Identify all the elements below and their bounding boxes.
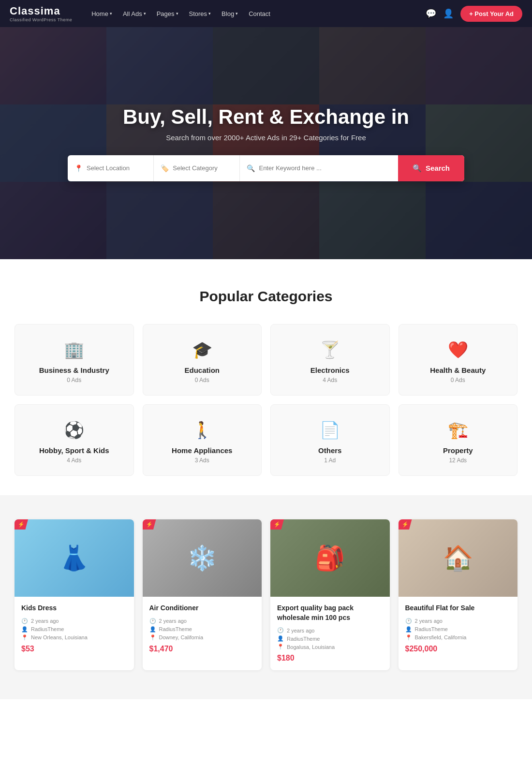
chevron-down-icon: ▾ — [144, 11, 146, 16]
location-pin-icon: 📍 — [21, 634, 28, 641]
nav-stores[interactable]: Stores ▾ — [184, 6, 216, 21]
location-pin-icon: 📍 — [405, 634, 412, 641]
ad-time: 🕐 2 years ago — [277, 627, 383, 633]
category-name: Education — [184, 366, 220, 374]
keyword-input[interactable] — [259, 164, 391, 172]
search-bar: 📍 🏷️ 🔍 🔍 Search — [68, 155, 464, 181]
brand-logo[interactable]: Classima Classified WordPress Theme — [10, 5, 72, 22]
category-count: 4 Ads — [67, 457, 81, 464]
category-icon: 🏢 — [64, 340, 84, 359]
search-icon: 🔍 — [413, 164, 422, 173]
category-name: Others — [318, 446, 341, 455]
category-count: 1 Ad — [324, 457, 336, 464]
ad-image-placeholder: ❄️ — [143, 519, 262, 597]
user-icon[interactable]: 👤 — [443, 8, 454, 19]
navbar-icons: 💬 👤 — [426, 8, 454, 19]
category-card[interactable]: ❤️ Health & Beauty 0 Ads — [399, 324, 518, 396]
category-field[interactable]: 🏷️ — [154, 155, 240, 181]
nav-contact[interactable]: Contact — [244, 6, 275, 21]
ad-title: Beautiful Flat for Sale — [405, 603, 511, 613]
ad-location: 📍 Bakersfield, California — [405, 634, 511, 641]
ad-info: Beautiful Flat for Sale 🕐 2 years ago 👤 … — [399, 597, 518, 661]
ad-seller: 👤 RadiusTheme — [405, 626, 511, 633]
keyword-field[interactable]: 🔍 — [240, 155, 398, 181]
keyword-icon: 🔍 — [247, 164, 255, 172]
nav-blog[interactable]: Blog ▾ — [217, 6, 243, 21]
location-field[interactable]: 📍 — [68, 155, 154, 181]
nav-pages[interactable]: Pages ▾ — [152, 6, 183, 21]
category-icon: ⚽ — [64, 420, 84, 440]
category-card[interactable]: ⚽ Hobby, Sport & Kids 4 Ads — [15, 404, 134, 476]
category-card[interactable]: 🎓 Education 0 Ads — [143, 324, 262, 396]
ad-card[interactable]: ⚡ 👗 Kids Dress 🕐 2 years ago 👤 RadiusThe… — [15, 519, 134, 670]
ad-image: ⚡ 🏠 — [399, 519, 518, 597]
hero-content: Buy, Sell, Rent & Exchange in Search fro… — [0, 27, 532, 259]
clock-icon: 🕐 — [405, 618, 412, 624]
ad-price: $250,000 — [405, 645, 511, 653]
category-count: 0 Ads — [67, 377, 81, 383]
ads-grid: ⚡ 👗 Kids Dress 🕐 2 years ago 👤 RadiusThe… — [15, 519, 517, 670]
location-pin-icon: 📍 — [277, 644, 284, 650]
ad-seller: 👤 RadiusTheme — [149, 626, 255, 633]
hero-subtitle: Search from over 2000+ Active Ads in 29+… — [166, 133, 366, 142]
ad-image-placeholder: 🏠 — [399, 519, 518, 597]
category-name: Electronics — [310, 366, 350, 374]
ad-card[interactable]: ⚡ ❄️ Air Conditioner 🕐 2 years ago 👤 Rad… — [143, 519, 262, 670]
category-card[interactable]: 🏢 Business & Industry 0 Ads — [15, 324, 134, 396]
clock-icon: 🕐 — [21, 618, 28, 624]
category-icon: 📄 — [320, 420, 340, 440]
ad-location: 📍 Downey, California — [149, 634, 255, 641]
clock-icon: 🕐 — [277, 627, 284, 633]
brand-tagline: Classified WordPress Theme — [10, 17, 72, 22]
location-input[interactable] — [87, 164, 147, 172]
category-card[interactable]: 🚶 Home Appliances 3 Ads — [143, 404, 262, 476]
location-icon: 📍 — [74, 164, 83, 172]
ad-time: 🕐 2 years ago — [21, 618, 127, 624]
ad-location: 📍 Bogalusa, Louisiana — [277, 644, 383, 650]
chevron-down-icon: ▾ — [208, 11, 211, 16]
location-pin-icon: 📍 — [149, 634, 156, 641]
chevron-down-icon: ▾ — [236, 11, 238, 16]
ad-image-placeholder: 👗 — [15, 519, 134, 597]
category-icon: 🏗️ — [448, 420, 468, 440]
nav-all-ads[interactable]: All Ads ▾ — [118, 6, 151, 21]
nav-home[interactable]: Home ▾ — [87, 6, 117, 21]
category-icon: ❤️ — [448, 340, 468, 359]
category-input[interactable] — [173, 164, 233, 172]
category-card[interactable]: 📄 Others 1 Ad — [270, 404, 390, 476]
category-name: Health & Beauty — [430, 366, 486, 374]
ad-image-placeholder: 🎒 — [270, 519, 390, 597]
ad-card[interactable]: ⚡ 🎒 Export quality bag pack wholesale mi… — [270, 519, 390, 670]
brand-name: Classima — [10, 5, 72, 17]
category-count: 12 Ads — [449, 457, 467, 464]
user-icon: 👤 — [277, 635, 284, 642]
category-name: Business & Industry — [39, 366, 109, 374]
category-icon: 🎓 — [192, 340, 212, 359]
user-icon: 👤 — [149, 626, 156, 633]
categories-grid: 🏢 Business & Industry 0 Ads 🎓 Education … — [15, 324, 517, 476]
category-icon: 🍸 — [320, 340, 340, 359]
chevron-down-icon: ▾ — [110, 11, 112, 16]
post-ad-button[interactable]: + Post Your Ad — [460, 6, 522, 22]
category-icon: 🚶 — [192, 420, 212, 440]
navbar: Classima Classified WordPress Theme Home… — [0, 0, 532, 27]
ad-location: 📍 New Orleans, Louisiana — [21, 634, 127, 641]
ad-image: ⚡ ❄️ — [143, 519, 262, 597]
category-card[interactable]: 🍸 Electronics 4 Ads — [270, 324, 390, 396]
ad-price: $180 — [277, 654, 383, 662]
search-button[interactable]: 🔍 Search — [398, 155, 464, 181]
chat-icon[interactable]: 💬 — [426, 8, 436, 19]
category-count: 0 Ads — [195, 377, 209, 383]
ad-price: $1,470 — [149, 645, 255, 653]
ad-card[interactable]: ⚡ 🏠 Beautiful Flat for Sale 🕐 2 years ag… — [399, 519, 518, 670]
hero-title: Buy, Sell, Rent & Exchange in — [113, 105, 419, 129]
user-icon: 👤 — [21, 626, 28, 633]
ad-time: 🕐 2 years ago — [405, 618, 511, 624]
ad-info: Air Conditioner 🕐 2 years ago 👤 RadiusTh… — [143, 597, 262, 661]
tag-icon: 🏷️ — [161, 164, 169, 172]
category-card[interactable]: 🏗️ Property 12 Ads — [399, 404, 518, 476]
clock-icon: 🕐 — [149, 618, 156, 624]
chevron-down-icon: ▾ — [176, 11, 178, 16]
ad-title: Air Conditioner — [149, 603, 255, 613]
category-count: 0 Ads — [451, 377, 465, 383]
